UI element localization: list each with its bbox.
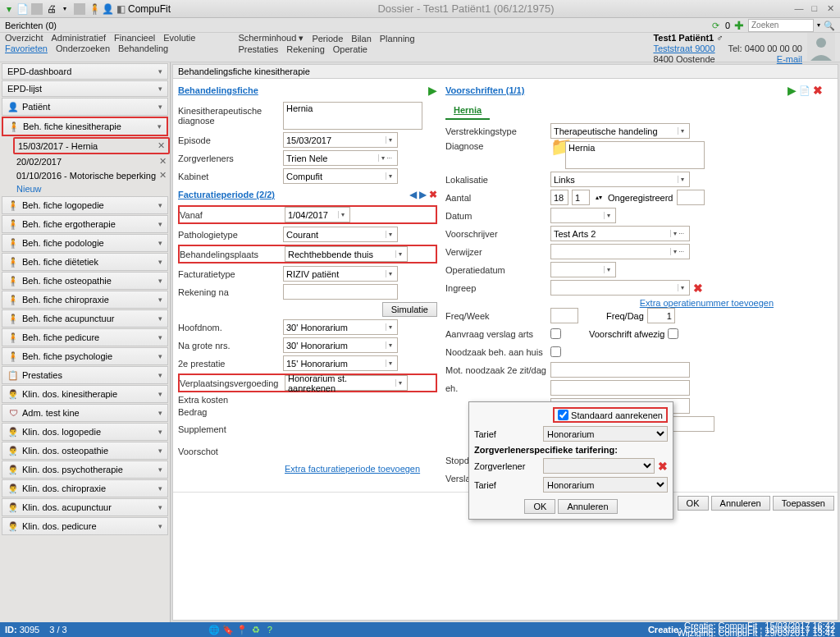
close-button[interactable]: ✕ <box>824 3 837 14</box>
menu-favorieten[interactable]: Favorieten <box>5 44 48 53</box>
voorschriften-link[interactable]: Voorschriften (1/1) <box>445 85 524 95</box>
close-icon[interactable]: ✕ <box>158 140 165 151</box>
sidebar-item-prestaties[interactable]: 📋Prestaties▾ <box>2 366 168 384</box>
vafw-check[interactable] <box>668 326 678 341</box>
search-input[interactable] <box>748 19 814 32</box>
popup-ok-button[interactable]: OK <box>524 499 555 514</box>
aantal-extra[interactable] <box>677 190 705 205</box>
sync-icon[interactable]: ⟳ <box>710 20 722 31</box>
freqw-input[interactable] <box>550 308 578 323</box>
plaats-combo[interactable]: Rechthebbende thuis▾ <box>285 246 408 262</box>
berichten-tab[interactable]: Berichten (0) <box>5 21 57 30</box>
menu-overzicht[interactable]: Overzicht <box>5 33 43 43</box>
ingreep-combo[interactable]: ▾ <box>550 280 690 296</box>
sidebar-item-acupunctuur[interactable]: 🧍Beh. fiche acupunctuur▾ <box>2 309 168 328</box>
aantal-a[interactable] <box>550 190 568 205</box>
spin-icon[interactable]: ▴▾ <box>593 192 605 204</box>
folder-icon[interactable]: 📁 <box>550 141 562 153</box>
play-icon[interactable]: ▶ <box>788 84 797 97</box>
new-doc-icon[interactable]: 📄 <box>799 85 810 96</box>
menu-icon[interactable]: ▾ <box>3 3 15 15</box>
kabinet-combo[interactable]: Compufit▾ <box>283 168 398 184</box>
close-icon[interactable]: ✕ <box>159 170 167 181</box>
facturatieperiode-link[interactable]: Facturatieperiode (2/2) <box>178 190 275 199</box>
popup-annuleren-button[interactable]: Annuleren <box>558 499 617 514</box>
voors-combo[interactable]: Test Arts 2▾ ··· <box>550 226 690 241</box>
maximize-button[interactable]: □ <box>808 3 821 13</box>
sidebar-item-logopedie[interactable]: 🧍Beh. fiche logopedie▾ <box>2 196 168 214</box>
aantal-b[interactable] <box>572 190 590 205</box>
mot-input[interactable] <box>550 362 690 378</box>
minimize-button[interactable]: — <box>792 3 806 13</box>
sidebar-item-psychologie[interactable]: 🧍Beh. fiche psychologie▾ <box>2 347 168 365</box>
sidebar-item-adm-test[interactable]: 🛡Adm. test kine▾ <box>2 404 168 422</box>
help-icon[interactable]: ? <box>264 624 276 635</box>
sidebar-item-pedicure[interactable]: 🧍Beh. fiche pedicure▾ <box>2 328 168 346</box>
logopedie-icon[interactable]: 🧍 <box>89 3 100 15</box>
ok-button[interactable]: OK <box>678 496 709 511</box>
menu-planning[interactable]: Planning <box>380 34 415 44</box>
menu-evolutie[interactable]: Evolutie <box>163 33 195 43</box>
eh-input[interactable] <box>550 380 690 396</box>
sidebar-item-klin-pedi[interactable]: 👨‍⚕️Klin. dos. pedicure▾ <box>2 517 168 535</box>
sidebar-item-dietetiek[interactable]: 🧍Beh. fiche diëtetiek▾ <box>2 253 168 271</box>
delete-icon[interactable]: ✖ <box>693 282 703 295</box>
freqd-input[interactable] <box>647 308 675 323</box>
sidebar-item-podologie[interactable]: 🧍Beh. fiche podologie▾ <box>2 234 168 252</box>
sidebar-nieuw[interactable]: Nieuw <box>13 182 170 195</box>
annuleren-button[interactable]: Annuleren <box>711 496 770 511</box>
patient-street[interactable]: Teststraat 9000 <box>653 44 723 54</box>
menu-administratief[interactable]: Administratief <box>51 33 106 43</box>
sidebar-item-epd-dashboard[interactable]: EPD-dashboard▾ <box>2 63 168 80</box>
extra-op-link[interactable]: Extra operatienummer toevoegen <box>640 298 774 308</box>
refresh-icon[interactable]: ♻ <box>250 624 262 635</box>
na-combo[interactable]: 30' Honorarium▾ <box>283 337 398 353</box>
menu-behandeling[interactable]: Behandeling <box>118 44 168 53</box>
search-icon[interactable]: 🔍 <box>824 20 835 31</box>
delete-icon[interactable]: ✖ <box>658 460 668 473</box>
adm-icon[interactable]: 👤 <box>102 3 113 15</box>
bookmark-icon[interactable]: 🔖 <box>222 624 234 635</box>
sidebar-item-klin-acup[interactable]: 👨‍⚕️Klin. dos. acupunctuur▾ <box>2 498 168 516</box>
globe-icon[interactable]: 🌐 <box>208 624 220 635</box>
sidebar-item-chiropraxie[interactable]: 🧍Beh. fiche chiropraxie▾ <box>2 291 168 309</box>
sidebar-item-kinesitherapie[interactable]: 🧍Beh. fiche kinesitherapie▾ <box>2 117 168 136</box>
menu-bilan[interactable]: Bilan <box>351 34 371 44</box>
marker-icon[interactable]: 📍 <box>236 624 248 635</box>
close-icon[interactable]: ✕ <box>159 156 167 167</box>
sidebar-item-klin-kine[interactable]: 👨‍⚕️Klin. dos. kinesitherapie▾ <box>2 385 168 403</box>
next-icon[interactable]: ▶ <box>419 189 427 200</box>
sidebar-item-osteopathie[interactable]: 🧍Beh. fiche osteopathie▾ <box>2 272 168 290</box>
extra-facturatie-link[interactable]: Extra facturatieperiode toevoegen <box>285 464 420 474</box>
r-diag-input[interactable]: Hernia <box>565 141 705 169</box>
sidebar-item-klin-logo[interactable]: 👨‍⚕️Klin. dos. logopedie▾ <box>2 423 168 441</box>
sidebar-item-epd-lijst[interactable]: EPD-lijst▾ <box>2 80 168 97</box>
menu-scherminhoud[interactable]: Scherminhoud ▾ <box>238 33 304 44</box>
aanv-check[interactable] <box>550 326 561 341</box>
menu-prestaties[interactable]: Prestaties <box>238 44 278 54</box>
sidebar-item-patient[interactable]: 👤Patiënt▾ <box>2 98 168 116</box>
nood-check[interactable] <box>550 344 561 360</box>
delete-icon[interactable]: ✖ <box>813 84 823 97</box>
verw-combo[interactable]: ▾ ··· <box>550 244 690 259</box>
prev-icon[interactable]: ◀ <box>409 189 417 200</box>
episode-combo[interactable]: 15/03/2017▾ <box>283 132 398 148</box>
sidebar-item-klin-psycho[interactable]: 👨‍⚕️Klin. dos. psychotherapie▾ <box>2 461 168 479</box>
sidebar-item-ergotherapie[interactable]: 🧍Beh. fiche ergotherapie▾ <box>2 215 168 233</box>
tarief-select[interactable]: Honorarium <box>543 426 668 442</box>
sidebar-sub-1[interactable]: 20/02/2017✕ <box>13 154 170 168</box>
sidebar-sub-hernia[interactable]: 15/03/2017 - Hernia✕ <box>13 137 170 154</box>
datum-date[interactable]: ▾ <box>550 208 616 223</box>
standaard-check[interactable] <box>558 410 568 420</box>
zorgverlener-select[interactable] <box>543 458 655 474</box>
opdat-date[interactable]: ▾ <box>550 262 616 277</box>
play-icon[interactable]: ▶ <box>428 84 437 97</box>
ftype-combo[interactable]: RIZIV patiënt▾ <box>283 266 398 282</box>
rekna-input[interactable] <box>283 284 398 300</box>
print-dropdown-icon[interactable]: ▾ <box>59 3 71 15</box>
diag-input[interactable]: Hernia <box>283 102 422 130</box>
new-doc-icon[interactable]: 📄 <box>16 3 28 15</box>
sidebar-item-klin-chiro[interactable]: 👨‍⚕️Klin. dos. chiropraxie▾ <box>2 479 168 497</box>
tarief2-select[interactable]: Honorarium <box>543 477 668 493</box>
vanaf-date[interactable]: 1/04/2017▾ <box>285 207 350 222</box>
